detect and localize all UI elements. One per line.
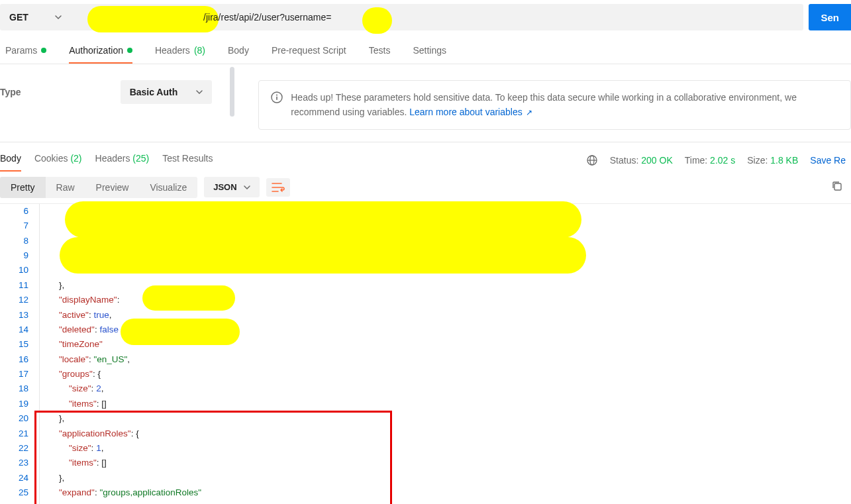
auth-type-row: Type Basic Auth [0,80,212,104]
code-line: "items": [] [49,397,851,411]
resp-tab-cookies[interactable]: Cookies (2) [34,149,82,172]
line-number: 10 [0,263,28,277]
wrap-icon [272,182,285,193]
code-line: "groups": { [49,367,851,381]
tab-authorization-label: Authorization [69,45,123,56]
svg-rect-2 [276,97,277,100]
redaction-mark [65,201,581,238]
line-number: 9 [0,248,28,263]
view-mode-pretty[interactable]: Pretty [0,177,46,198]
response-right-tools [828,177,846,197]
line-number: 17 [0,367,28,381]
redaction-mark [142,285,235,311]
response-body-code[interactable]: 67891011121314151617181920212223242526 a… [0,204,851,504]
auth-type-selected: Basic Auth [130,87,178,97]
response-tabs: Body Cookies (2) Headers (25) Test Resul… [0,149,213,172]
url-input[interactable] [85,4,803,30]
time-block: Time: 2.02 s [685,155,736,166]
chevron-down-icon [244,185,250,189]
http-method-value: GET [9,12,28,23]
chevron-down-icon [55,15,62,19]
size-value: 1.8 KB [770,155,798,166]
tab-params[interactable]: Params [5,45,46,64]
resp-tab-headers[interactable]: Headers (25) [95,149,150,172]
response-header-row: Body Cookies (2) Headers (25) Test Resul… [0,148,851,172]
send-button[interactable]: Sen [809,4,851,30]
tab-headers-label: Headers [155,45,190,56]
svg-rect-6 [834,183,841,190]
line-number: 15 [0,337,28,352]
line-number: 26 [0,501,28,504]
line-number-gutter: 67891011121314151617181920212223242526 [0,204,40,504]
external-link-icon: ↗ [524,108,532,117]
auth-type-select[interactable]: Basic Auth [121,80,213,104]
tab-authorization[interactable]: Authorization [69,45,132,64]
resp-tab-test-results[interactable]: Test Results [162,149,213,172]
resp-tab-headers-label: Headers [95,153,130,164]
line-number: 22 [0,441,28,456]
tab-headers[interactable]: Headers (8) [155,45,205,64]
time-value: 2.02 s [710,155,735,166]
tab-tests[interactable]: Tests [369,45,391,64]
line-number: 23 [0,456,28,470]
view-mode-group: Pretty Raw Preview Visualize [0,177,197,198]
http-method-select[interactable]: GET [0,12,85,23]
tab-params-label: Params [5,45,37,56]
annotation-box [34,411,392,504]
heads-up-banner: Heads up! These parameters hold sensitiv… [258,80,851,130]
globe-icon[interactable] [586,154,598,166]
code-line: "size": 2, [49,381,851,396]
format-select[interactable]: JSON [204,177,259,197]
request-section-tabs: Params Authorization Headers (8) Body Pr… [0,36,851,64]
line-number: 11 [0,278,28,293]
code-column: avatar }, "displayName": "active": true,… [40,204,851,504]
view-mode-visualize[interactable]: Visualize [139,177,197,198]
resp-tab-cookies-count: (2) [70,153,81,164]
line-number: 8 [0,234,28,248]
view-mode-raw[interactable]: Raw [46,177,85,198]
line-number: 14 [0,323,28,337]
line-number: 20 [0,411,28,426]
request-bar: GET Sen [0,0,851,36]
vertical-divider[interactable] [230,67,234,117]
format-selected: JSON [213,182,236,192]
learn-more-label: Learn more about variables [409,107,522,117]
status-strip: Status: 200 OK Time: 2.02 s Size: 1.8 KB… [586,154,846,166]
authorization-panel: Type Basic Auth Heads up! These paramete… [0,64,851,142]
status-label: Status: [610,155,639,166]
heads-up-message: Heads up! These parameters hold sensitiv… [291,92,797,117]
svg-point-1 [276,95,277,96]
copy-button[interactable] [828,177,846,197]
line-number: 12 [0,293,28,307]
chevron-down-icon [196,90,203,94]
divider [0,142,851,142]
code-line: "locale": "en_US", [49,352,851,367]
resp-tab-headers-count: (25) [132,153,149,164]
line-number: 6 [0,204,28,219]
resp-tab-body[interactable]: Body [0,149,21,172]
dot-indicator-icon [41,48,46,53]
redaction-mark [60,237,586,274]
line-number: 19 [0,397,28,411]
wrap-lines-button[interactable] [266,178,290,197]
redaction-mark [121,319,240,345]
line-number: 24 [0,471,28,485]
dot-indicator-icon [127,48,132,53]
tab-settings[interactable]: Settings [413,45,446,64]
size-label: Size: [747,155,768,166]
save-response-button[interactable]: Save Re [810,155,846,166]
status-block: Status: 200 OK [610,155,673,166]
view-mode-preview[interactable]: Preview [85,177,140,198]
info-icon [271,91,283,103]
line-number: 13 [0,308,28,323]
tab-headers-count: (8) [194,45,205,56]
time-label: Time: [685,155,707,166]
response-view-toolbar: Pretty Raw Preview Visualize JSON [0,172,851,204]
copy-icon [831,180,843,192]
tab-prerequest[interactable]: Pre-request Script [272,45,346,64]
resp-tab-cookies-label: Cookies [34,153,68,164]
learn-more-link[interactable]: Learn more about variables ↗ [409,107,532,117]
tab-body[interactable]: Body [228,45,249,64]
line-number: 25 [0,485,28,500]
line-number: 7 [0,219,28,233]
